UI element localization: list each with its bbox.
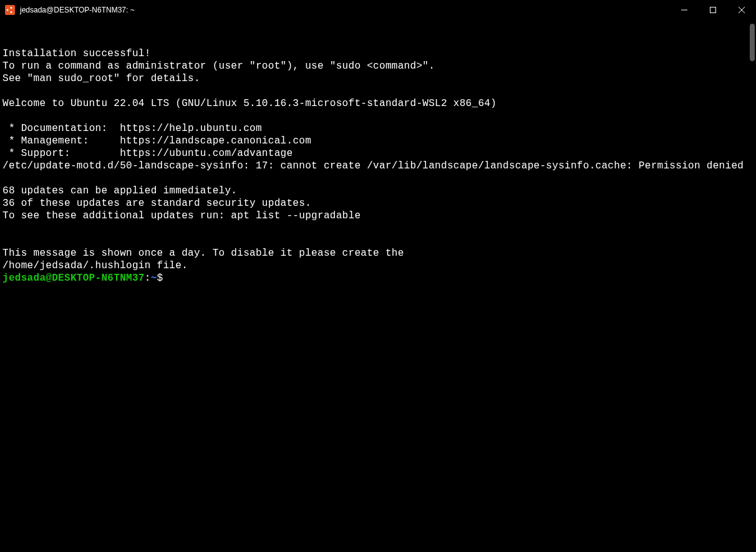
svg-point-0 (7, 9, 9, 11)
window-titlebar: jedsada@DESKTOP-N6TNM37: ~ (0, 0, 756, 20)
terminal-output-line: Welcome to Ubuntu 22.04 LTS (GNU/Linux 5… (2, 97, 754, 110)
svg-point-1 (11, 7, 12, 9)
terminal-output-line: Installation successful! (2, 47, 754, 60)
close-button[interactable] (727, 0, 756, 20)
prompt-path: ~ (151, 273, 157, 284)
terminal-output-line: /etc/update-motd.d/50-landscape-sysinfo:… (2, 160, 754, 172)
minimize-icon (681, 7, 687, 13)
terminal-output-line: * Documentation: https://help.ubuntu.com (2, 122, 754, 135)
prompt-dollar: $ (157, 273, 163, 284)
terminal-output-line: /home/jedsada/.hushlogin file. (2, 259, 754, 272)
terminal-output-line: 68 updates can be applied immediately. (2, 185, 754, 197)
window-controls (670, 0, 756, 20)
terminal-content: Installation successful!To run a command… (2, 22, 754, 309)
terminal-output-line (2, 235, 754, 247)
scrollbar-thumb[interactable] (750, 24, 755, 61)
terminal-output-line (2, 85, 754, 97)
terminal-output-line: See "man sudo_root" for details. (2, 72, 754, 85)
terminal-output-line: To run a command as administrator (user … (2, 60, 754, 72)
terminal-output-line: To see these additional updates run: apt… (2, 210, 754, 222)
terminal-output-line (2, 172, 754, 185)
terminal-output-line: 36 of these updates are standard securit… (2, 197, 754, 210)
svg-point-2 (11, 11, 12, 13)
ubuntu-icon (5, 5, 15, 15)
terminal-output-line: * Support: https://ubuntu.com/advantage (2, 147, 754, 160)
terminal-body[interactable]: Installation successful!To run a command… (0, 20, 756, 552)
window-title: jedsada@DESKTOP-N6TNM37: ~ (20, 6, 135, 14)
terminal-prompt-line[interactable]: jedsada@DESKTOP-N6TNM37:~$ (2, 272, 754, 284)
maximize-button[interactable] (699, 0, 727, 20)
terminal-output-line: This message is shown once a day. To dis… (2, 247, 754, 259)
prompt-user-host: jedsada@DESKTOP-N6TNM37 (2, 273, 145, 284)
terminal-output-line: * Management: https://landscape.canonica… (2, 135, 754, 147)
close-icon (739, 7, 745, 13)
terminal-output-line (2, 222, 754, 235)
maximize-icon (710, 7, 716, 13)
prompt-colon: : (145, 273, 151, 284)
svg-rect-4 (710, 7, 716, 13)
terminal-output-line (2, 110, 754, 122)
titlebar-left: jedsada@DESKTOP-N6TNM37: ~ (5, 5, 135, 15)
minimize-button[interactable] (670, 0, 699, 20)
